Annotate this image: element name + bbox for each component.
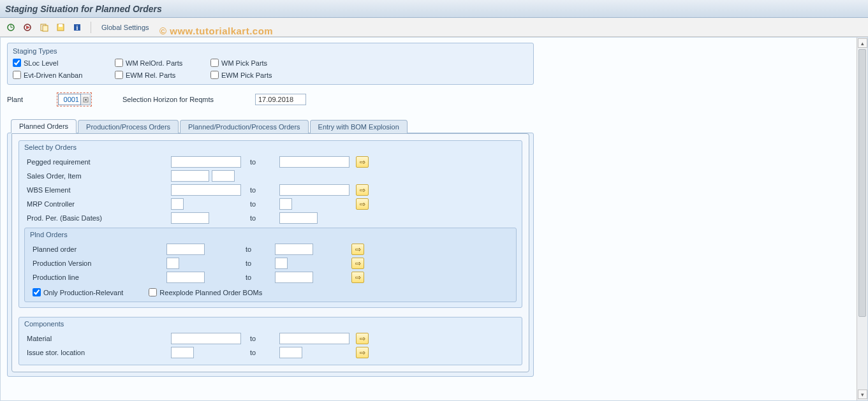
execute-icon[interactable] [4,20,18,34]
prod-per-basic-from[interactable] [171,212,209,224]
prod-per-basic-to[interactable] [279,212,318,224]
ewm-rel-parts-label: EWM Rel. Parts [126,71,175,79]
tab-production-process-orders[interactable]: Production/Process Orders [78,120,179,133]
prod-per-basic-label: Prod. Per. (Basic Dates) [24,214,171,222]
selection-horizon-input[interactable] [255,94,306,105]
execute-background-icon[interactable] [20,20,34,34]
tab-entry-with-bom-explosion[interactable]: Entry with BOM Explosion [310,120,408,133]
plant-input-wrap [57,92,92,106]
planned-order-label: Planned order [30,245,166,253]
staging-types-group: Staging Types SLoc Level WM RelOrd. Part… [7,43,534,85]
planned-order-from[interactable] [166,244,205,255]
main-area: Staging Types SLoc Level WM RelOrd. Part… [0,37,868,401]
sloc-level-label: SLoc Level [24,59,58,67]
selection-horizon-label: Selection Horizon for Reqmts [122,96,250,103]
plant-horizon-row: Plant Selection Horizon for Reqmts [7,92,534,106]
toolbar: i Global Settings © www.tutorialkart.com [0,18,868,37]
title-bar: Staging Situation for Planned Orders [0,0,868,18]
to-label: to [247,158,279,166]
staging-types-title: Staging Types [13,47,528,55]
pegged-requirement-row: Pegged requirement to ⇨ [24,155,517,169]
issue-stor-location-multi-icon[interactable]: ⇨ [356,347,369,358]
mrp-controller-row: MRP Controller to ⇨ [24,197,517,211]
material-from[interactable] [171,333,241,344]
sales-order-item-row: Sales Order, Item [24,169,517,183]
sales-order-item-label: Sales Order, Item [24,172,171,180]
scroll-up-icon[interactable]: ▴ [858,38,867,48]
mrp-controller-multi-icon[interactable]: ⇨ [356,198,369,210]
wm-relord-parts-label: WM RelOrd. Parts [126,59,182,67]
issue-stor-location-from[interactable] [171,347,194,358]
scroll-down-icon[interactable]: ▾ [858,390,867,399]
production-version-from[interactable] [166,258,179,269]
tab-row: Planned Orders Production/Process Orders… [11,119,534,133]
mrp-controller-from[interactable] [171,198,184,210]
save-variant-icon[interactable] [54,20,68,34]
get-variant-icon[interactable] [37,20,51,34]
ewm-pick-parts-label: EWM Pick Parts [221,71,272,79]
reexplode-boms-checkbox[interactable]: Reexplode Planned Order BOMs [149,288,262,296]
plnd-orders-title: Plnd Orders [30,231,511,238]
svg-rect-6 [43,26,48,31]
material-to[interactable] [279,333,349,344]
production-line-label: Production line [30,273,166,281]
ewm-rel-parts-checkbox[interactable]: EWM Rel. Parts [115,71,210,79]
issue-stor-location-label: Issue stor. location [24,349,171,356]
svg-rect-12 [85,99,87,101]
reexplode-boms-label: Reexplode Planned Order BOMs [159,289,262,296]
plnd-orders-group: Plnd Orders Planned order to ⇨ Productio… [24,228,517,302]
production-version-label: Production Version [30,259,166,267]
plant-input[interactable] [58,94,81,105]
production-version-multi-icon[interactable]: ⇨ [351,258,364,269]
watermark: © www.tutorialkart.com [159,26,273,36]
vertical-scrollbar[interactable]: ▴ ▾ [857,38,867,400]
production-version-to[interactable] [275,258,288,269]
wm-pick-parts-checkbox[interactable]: WM Pick Parts [210,59,313,67]
tab-planned-production-process-orders[interactable]: Planned/Production/Process Orders [180,120,308,133]
scroll-thumb[interactable] [858,49,866,317]
prod-per-basic-row: Prod. Per. (Basic Dates) to [24,211,517,225]
wbs-element-to[interactable] [279,184,349,196]
mrp-controller-to[interactable] [279,198,292,210]
wbs-element-row: WBS Element to ⇨ [24,183,517,197]
components-group: Components Material to ⇨ Issue stor. loc… [18,317,522,365]
only-production-relevant-checkbox[interactable]: Only Production-Relevant [33,288,123,296]
tab-planned-orders[interactable]: Planned Orders [11,119,77,133]
global-settings-button[interactable]: Global Settings [98,21,153,34]
sloc-level-checkbox[interactable]: SLoc Level [13,59,115,67]
wbs-element-multi-icon[interactable]: ⇨ [356,184,369,196]
production-line-multi-icon[interactable]: ⇨ [351,272,364,283]
planned-order-row: Planned order to ⇨ [30,242,511,256]
pegged-requirement-from[interactable] [171,156,241,168]
svg-marker-4 [26,26,30,29]
production-version-row: Production Version to ⇨ [30,256,511,270]
page-title: Staging Situation for Planned Orders [5,4,162,14]
material-multi-icon[interactable]: ⇨ [356,333,369,344]
plant-f4-icon[interactable] [81,94,91,105]
pegged-requirement-to[interactable] [279,156,349,168]
wbs-element-label: WBS Element [24,186,171,194]
issue-stor-location-to[interactable] [279,347,302,358]
tab-page-planned-orders: Select by Orders Pegged requirement to ⇨… [11,133,529,372]
evt-driven-kanban-checkbox[interactable]: Evt-Driven Kanban [13,71,115,79]
info-icon[interactable]: i [70,20,84,34]
issue-stor-location-row: Issue stor. location to ⇨ [24,346,517,360]
sales-order-item-input[interactable] [212,170,235,182]
production-line-from[interactable] [166,272,205,283]
select-by-orders-group: Select by Orders Pegged requirement to ⇨… [18,140,522,308]
production-line-to[interactable] [275,272,313,283]
wm-relord-parts-checkbox[interactable]: WM RelOrd. Parts [115,59,210,67]
production-line-row: Production line to ⇨ [30,270,511,284]
planned-order-multi-icon[interactable]: ⇨ [351,244,364,255]
plant-label: Plant [7,96,52,103]
components-title: Components [24,320,517,328]
mrp-controller-label: MRP Controller [24,200,171,208]
svg-rect-8 [59,24,63,27]
wbs-element-from[interactable] [171,184,241,196]
ewm-pick-parts-checkbox[interactable]: EWM Pick Parts [210,71,313,79]
pegged-requirement-multi-icon[interactable]: ⇨ [356,156,369,168]
material-label: Material [24,335,171,342]
planned-order-to[interactable] [275,244,313,255]
pegged-requirement-label: Pegged requirement [24,158,171,166]
sales-order-input[interactable] [171,170,209,182]
